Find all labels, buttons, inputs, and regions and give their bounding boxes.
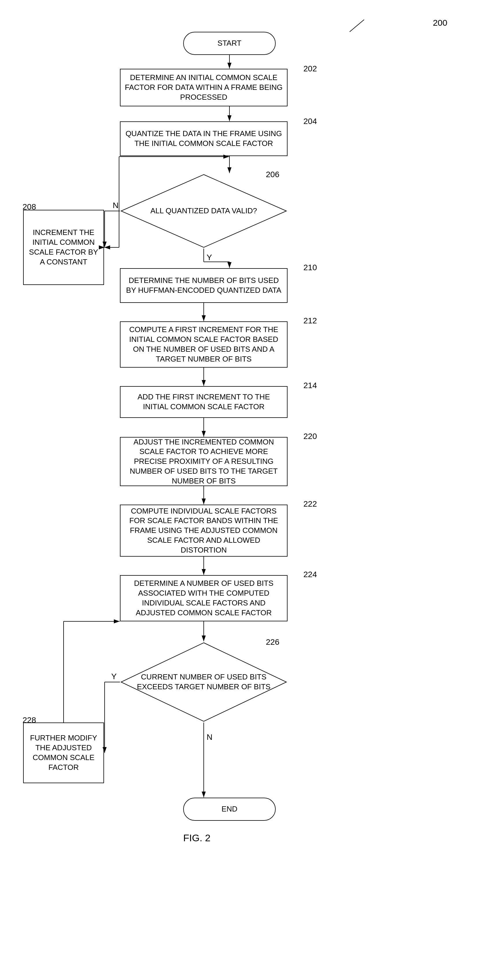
node-220: ADJUST THE INCREMENTED COMMON SCALE FACT… xyxy=(120,437,288,486)
node-224: DETERMINE A NUMBER OF USED BITS ASSOCIAT… xyxy=(120,575,288,621)
node-204-label: QUANTIZE THE DATA IN THE FRAME USING THE… xyxy=(121,127,287,151)
svg-line-3 xyxy=(350,20,364,32)
node-208: INCREMENT THE INITIAL COMMON SCALE FACTO… xyxy=(23,210,104,285)
svg-text:Y: Y xyxy=(111,672,117,681)
corner-ref-200: 200 xyxy=(433,18,447,28)
node-206: ALL QUANTIZED DATA VALID? xyxy=(120,173,288,248)
node-204: QUANTIZE THE DATA IN THE FRAME USING THE… xyxy=(120,121,288,156)
ref-210: 210 xyxy=(304,263,317,272)
end-node: END xyxy=(183,798,276,821)
ref-212: 212 xyxy=(304,316,317,325)
ref-220: 220 xyxy=(304,432,317,441)
start-node: START xyxy=(183,32,276,55)
node-212-label: COMPUTE A FIRST INCREMENT FOR THE INITIA… xyxy=(121,323,287,366)
ref-224: 224 xyxy=(304,570,317,579)
figure-label: FIG. 2 xyxy=(183,832,210,843)
node-214-label: ADD THE FIRST INCREMENT TO THE INITIAL C… xyxy=(121,390,287,414)
node-224-label: DETERMINE A NUMBER OF USED BITS ASSOCIAT… xyxy=(121,576,287,620)
node-210-label: DETERMINE THE NUMBER OF BITS USED BY HUF… xyxy=(121,274,287,298)
svg-text:Y: Y xyxy=(207,253,212,262)
node-202-label: DETERMINE AN INITIAL COMMON SCALE FACTOR… xyxy=(121,70,287,104)
svg-text:N: N xyxy=(207,733,212,741)
start-label: START xyxy=(213,36,246,51)
ref-222: 222 xyxy=(304,500,317,509)
node-226: CURRENT NUMBER OF USED BITS EXCEEDS TARG… xyxy=(120,641,288,722)
node-228: FURTHER MODIFY THE ADJUSTED COMMON SCALE… xyxy=(23,722,104,783)
flowchart-diagram: 200 START 202 DETERMINE AN INITIAL COMMO… xyxy=(0,0,482,980)
node-212: COMPUTE A FIRST INCREMENT FOR THE INITIA… xyxy=(120,321,288,368)
node-208-label: INCREMENT THE INITIAL COMMON SCALE FACTO… xyxy=(24,226,103,269)
node-202: DETERMINE AN INITIAL COMMON SCALE FACTOR… xyxy=(120,69,288,107)
svg-text:N: N xyxy=(113,201,118,210)
node-222: COMPUTE INDIVIDUAL SCALE FACTORS FOR SCA… xyxy=(120,504,288,557)
end-label: END xyxy=(218,802,242,816)
ref-202: 202 xyxy=(304,64,317,73)
node-220-label: ADJUST THE INCREMENTED COMMON SCALE FACT… xyxy=(121,435,287,488)
node-214: ADD THE FIRST INCREMENT TO THE INITIAL C… xyxy=(120,386,288,418)
node-210: DETERMINE THE NUMBER OF BITS USED BY HUF… xyxy=(120,268,288,303)
node-228-label: FURTHER MODIFY THE ADJUSTED COMMON SCALE… xyxy=(24,731,103,775)
ref-214: 214 xyxy=(304,381,317,390)
node-222-label: COMPUTE INDIVIDUAL SCALE FACTORS FOR SCA… xyxy=(121,504,287,557)
node-226-label: CURRENT NUMBER OF USED BITS EXCEEDS TARG… xyxy=(120,672,288,692)
ref-204: 204 xyxy=(304,117,317,126)
node-206-label: ALL QUANTIZED DATA VALID? xyxy=(145,206,263,216)
